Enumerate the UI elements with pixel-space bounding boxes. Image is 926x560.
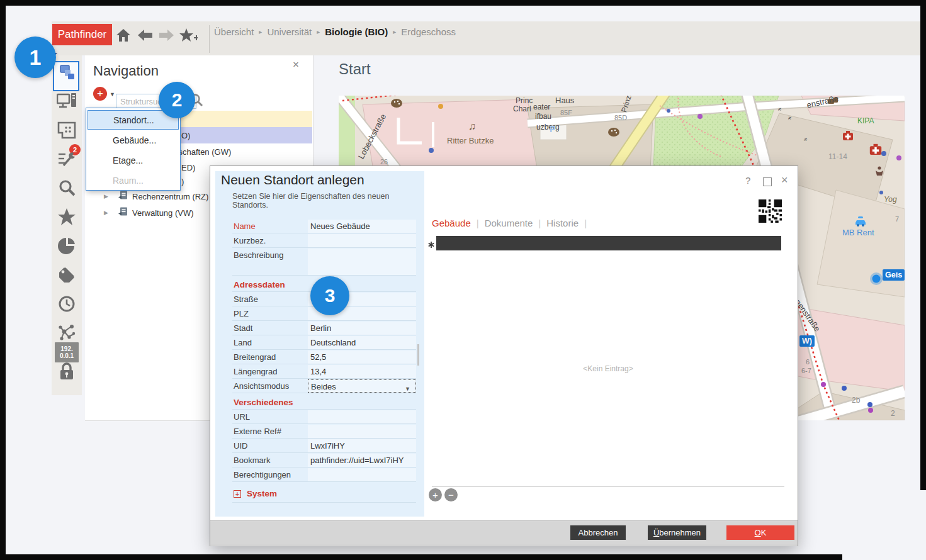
tab-gebäude[interactable]: Gebäude xyxy=(432,218,471,228)
tree-item-label-fragment: O) xyxy=(181,131,190,140)
sidebar-item-favorites[interactable] xyxy=(52,204,82,232)
expand-plus-icon[interactable]: + xyxy=(234,490,241,498)
map-label: ≠ xyxy=(788,115,793,121)
sidebar-item-configuration[interactable]: 2 xyxy=(52,147,82,174)
map-label: 85F xyxy=(560,109,572,116)
maximize-icon[interactable] xyxy=(763,177,772,186)
forward-icon[interactable] xyxy=(159,30,174,43)
breadcrumb-item[interactable]: Erdgeschoss xyxy=(401,25,456,38)
home-icon[interactable] xyxy=(116,28,131,45)
tab-historie[interactable]: Historie xyxy=(546,218,579,228)
form-row-uid: UIDLwxI7iHY xyxy=(215,439,424,453)
help-icon[interactable]: ? xyxy=(745,175,750,186)
breadcrumb-item[interactable]: Universität xyxy=(267,25,312,38)
ip-line2: 0.0.1 xyxy=(55,352,79,359)
field-value[interactable]: LwxI7iHY xyxy=(308,439,416,452)
remove-entry-button[interactable]: − xyxy=(444,488,458,501)
sidebar-item-tag[interactable] xyxy=(52,262,82,290)
map-label: Ritter Butzke xyxy=(447,136,494,145)
field-value[interactable]: Berlin xyxy=(308,322,416,335)
building-icon xyxy=(118,191,128,203)
breadcrumb-item[interactable]: Biologie (BIO) xyxy=(325,25,388,38)
field-value[interactable] xyxy=(308,410,416,423)
breadcrumb-separator-icon: ▸ xyxy=(393,25,396,38)
field-label: Land xyxy=(234,335,252,350)
configuration-icon xyxy=(57,150,76,171)
abbrechen-button[interactable]: Abbrechen xyxy=(570,525,626,540)
map-label: 6 xyxy=(806,358,810,366)
field-value[interactable] xyxy=(308,249,416,275)
field-label: Ansichtsmodus xyxy=(234,379,289,393)
field-value[interactable]: Deutschland xyxy=(308,336,416,349)
field-value[interactable] xyxy=(308,234,416,247)
back-icon[interactable] xyxy=(138,30,153,43)
field-value[interactable]: Beides▼ xyxy=(308,379,416,393)
menu-item-gebäude[interactable]: Gebäude... xyxy=(88,130,179,150)
menu-item-raum[interactable]: Raum... xyxy=(88,171,179,190)
field-value[interactable] xyxy=(308,468,416,481)
app-window: Pathfinder Übersicht▸Universität▸Biologi… xyxy=(0,0,926,560)
callout-badge-1: 1 xyxy=(14,36,56,78)
map-label: 2b xyxy=(852,396,860,405)
bernehmen-button[interactable]: Übernehmen xyxy=(648,525,706,540)
map-label: MB Rent xyxy=(842,228,874,237)
form-row-url: URL xyxy=(215,410,424,424)
history-icon xyxy=(58,295,76,315)
chevron-down-icon[interactable]: ▼ xyxy=(405,383,410,396)
tab-separator: | xyxy=(538,218,541,228)
map-label: Haus xyxy=(555,96,574,105)
map-label: 26 xyxy=(380,158,388,165)
sidebar-item-history[interactable] xyxy=(52,291,82,319)
map-label: 2 xyxy=(891,409,895,418)
form-row-stadt: StadtBerlin xyxy=(215,321,424,335)
sidebar-item-navigation[interactable] xyxy=(52,60,82,87)
building-name-input[interactable] xyxy=(436,236,781,250)
field-value[interactable]: Neues Gebäude xyxy=(308,220,416,233)
map-label: Prinzenstraße xyxy=(619,96,642,113)
sidebar-item-lock[interactable] xyxy=(52,359,82,386)
field-label: Berechtigungen xyxy=(234,468,291,482)
add-structure-button[interactable]: + xyxy=(93,87,107,101)
close-icon[interactable]: × xyxy=(293,59,299,71)
field-value[interactable]: 52,5 xyxy=(308,350,416,364)
favorite-add-icon[interactable] xyxy=(179,28,198,46)
close-icon[interactable]: × xyxy=(781,174,788,187)
frame-top xyxy=(0,0,926,6)
chevron-down-icon[interactable]: ▼ xyxy=(110,91,115,98)
topology-icon xyxy=(58,324,76,344)
page-title: Start xyxy=(339,60,371,78)
tab-dokumente[interactable]: Dokumente xyxy=(485,218,533,228)
breadcrumb-separator-icon: ▸ xyxy=(317,25,320,38)
sidebar-item-reports[interactable] xyxy=(52,233,82,261)
field-label: Straße xyxy=(234,292,258,306)
callout-badge-2: 2 xyxy=(159,82,195,118)
map-label: P xyxy=(550,123,556,134)
expand-icon[interactable]: ▶ xyxy=(104,193,108,199)
panel-scrollbar[interactable] xyxy=(417,344,419,366)
add-entry-button[interactable]: + xyxy=(429,488,442,501)
tree-item-label-fragment: ED) xyxy=(181,162,195,172)
system-expander[interactable]: +System xyxy=(215,487,424,501)
map-label: ≠ xyxy=(777,106,782,113)
map-label: ifbau xyxy=(535,112,551,121)
app-logo[interactable]: Pathfinder xyxy=(52,24,112,45)
poi-dot xyxy=(868,408,873,413)
field-value[interactable] xyxy=(308,425,416,438)
sidebar-item-floorplan[interactable] xyxy=(52,118,82,145)
properties-form: NameNeues GebäudeKurzbez.BeschreibungAdr… xyxy=(215,219,424,503)
expand-icon[interactable]: ▶ xyxy=(104,210,108,216)
field-value[interactable]: 13,4 xyxy=(308,365,416,378)
sidebar-item-search[interactable] xyxy=(52,176,82,203)
sidebar-item-workplace[interactable] xyxy=(52,89,82,116)
menu-item-etage[interactable]: Etage... xyxy=(88,150,179,170)
map-building-chip[interactable]: Geis xyxy=(883,269,905,281)
row-divider xyxy=(232,275,416,276)
poi-dot xyxy=(429,148,434,153)
field-value[interactable]: pathfinder://uid=LwxI7iHY xyxy=(308,454,416,467)
map-building-chip[interactable]: W) xyxy=(799,335,815,347)
dialog-title: Neuen Standort anlegen xyxy=(221,172,364,188)
tree-item-label: Verwaltung (VW) xyxy=(132,208,194,218)
field-label: Längengrad xyxy=(234,364,277,379)
breadcrumb-item[interactable]: Übersicht xyxy=(214,25,254,38)
ok-button[interactable]: OK xyxy=(726,525,794,540)
